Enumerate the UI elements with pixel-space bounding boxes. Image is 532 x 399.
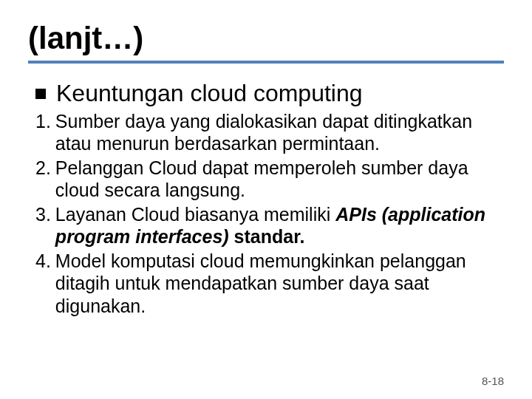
item-number: 2. xyxy=(35,157,51,202)
item-text-pre: Layanan Cloud biasanya memiliki xyxy=(55,204,335,225)
list-item: 4. Model komputasi cloud memungkinkan pe… xyxy=(35,250,504,318)
item-text: Layanan Cloud biasanya memiliki APIs (ap… xyxy=(55,203,504,248)
subheading-row: Keuntungan cloud computing xyxy=(28,80,504,107)
numbered-list: 1. Sumber daya yang dialokasikan dapat d… xyxy=(28,110,504,318)
page-title: (lanjt…) xyxy=(28,21,504,56)
list-item: 2. Pelanggan Cloud dapat memperoleh sumb… xyxy=(35,157,504,202)
item-number: 3. xyxy=(35,203,51,248)
square-bullet-icon xyxy=(35,89,46,99)
item-text: Pelanggan Cloud dapat memperoleh sumber … xyxy=(55,157,504,202)
page-number: 8-18 xyxy=(482,375,504,387)
list-item: 1. Sumber daya yang dialokasikan dapat d… xyxy=(35,110,504,155)
title-underline xyxy=(28,61,504,64)
item-text-post: standar. xyxy=(229,226,305,247)
subheading-text: Keuntungan cloud computing xyxy=(56,80,363,107)
item-text: Sumber daya yang dialokasikan dapat diti… xyxy=(55,110,504,155)
item-number: 1. xyxy=(35,110,51,155)
item-number: 4. xyxy=(35,250,51,318)
item-text: Model komputasi cloud memungkinkan pelan… xyxy=(55,250,504,318)
list-item: 3. Layanan Cloud biasanya memiliki APIs … xyxy=(35,203,504,248)
